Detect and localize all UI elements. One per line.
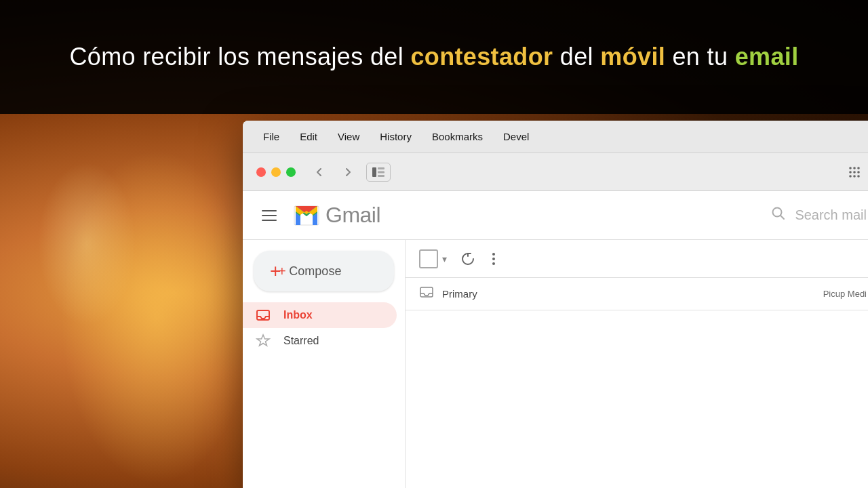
- inbox-icon: [254, 308, 273, 323]
- top-banner: Cómo recibir los mensajes del contestado…: [0, 0, 868, 114]
- select-dropdown-arrow[interactable]: ▾: [439, 251, 450, 267]
- primary-tab-area: Primary Picup Medi: [406, 278, 868, 310]
- chevron-left-icon: [314, 167, 325, 178]
- banner-highlight-contestador: contestador: [410, 43, 553, 70]
- compose-button[interactable]: + + Compose: [254, 251, 394, 291]
- menu-devel[interactable]: Devel: [503, 131, 529, 142]
- gmail-sidebar: + + Compose Inbox: [243, 240, 406, 488]
- search-mail-input[interactable]: Search mail: [795, 207, 867, 223]
- menu-bar: File Edit View History Bookmarks Devel: [243, 121, 868, 153]
- svg-point-18: [492, 262, 495, 265]
- gmail-label: Gmail: [326, 203, 380, 228]
- gmail-header: Gmail Search mail: [243, 191, 868, 240]
- svg-point-9: [857, 171, 860, 174]
- gmail-toolbar: ▾: [406, 240, 868, 278]
- hamburger-line-1: [262, 210, 277, 211]
- svg-point-16: [492, 253, 495, 256]
- banner-text: Cómo recibir los mensajes del contestado…: [69, 41, 798, 73]
- svg-rect-3: [378, 175, 384, 177]
- sidebar-inbox-label: Inbox: [283, 309, 313, 321]
- menu-bookmarks[interactable]: Bookmarks: [432, 131, 483, 142]
- browser-toolbar: [243, 153, 868, 191]
- select-all-checkbox[interactable]: [419, 249, 438, 268]
- menu-file[interactable]: File: [263, 131, 279, 142]
- banner-text-middle2: en tu: [665, 43, 735, 70]
- gmail-m-icon: [290, 199, 323, 232]
- svg-point-10: [849, 175, 852, 178]
- svg-rect-0: [372, 167, 376, 177]
- banner-text-before: Cómo recibir los mensajes del: [69, 43, 410, 70]
- compose-label: Compose: [289, 264, 341, 279]
- svg-rect-1: [378, 167, 384, 169]
- svg-point-5: [853, 167, 856, 169]
- primary-icon: [419, 285, 434, 303]
- menu-edit[interactable]: Edit: [300, 131, 317, 142]
- banner-text-middle1: del: [553, 43, 600, 70]
- search-icon: [770, 205, 787, 226]
- gmail-content: + + Compose Inbox: [243, 240, 868, 488]
- sidebar-item-inbox[interactable]: Inbox: [243, 302, 397, 328]
- svg-point-8: [853, 171, 856, 174]
- compose-plus-r: +: [278, 264, 286, 279]
- svg-point-7: [849, 171, 852, 174]
- grid-icon: [848, 165, 861, 179]
- more-options-button[interactable]: [486, 249, 501, 269]
- sidebar-starred-label: Starred: [283, 335, 319, 347]
- forward-button[interactable]: [338, 163, 358, 182]
- primary-tab-label: Primary: [442, 288, 477, 300]
- minimize-button[interactable]: [271, 167, 281, 177]
- refresh-button[interactable]: [455, 249, 481, 269]
- svg-point-6: [857, 167, 860, 169]
- browser-window: File Edit View History Bookmarks Devel: [243, 121, 868, 488]
- hamburger-line-2: [262, 215, 277, 216]
- svg-rect-2: [378, 171, 384, 173]
- chevron-right-icon: [342, 167, 353, 178]
- hamburger-line-3: [262, 220, 277, 221]
- menu-history[interactable]: History: [380, 131, 412, 142]
- banner-highlight-movil: móvil: [600, 43, 665, 70]
- menu-view[interactable]: View: [338, 131, 359, 142]
- inbox-sender-preview: Picup Medi: [823, 289, 867, 299]
- gmail-inbox: ▾: [406, 240, 868, 488]
- back-button[interactable]: [309, 163, 330, 182]
- sidebar-toggle-icon: [372, 167, 384, 177]
- apps-grid-button[interactable]: [842, 163, 867, 182]
- svg-point-11: [853, 175, 856, 178]
- more-vertical-icon: [492, 251, 496, 266]
- sidebar-toggle-button[interactable]: [366, 163, 391, 182]
- refresh-icon: [460, 251, 475, 266]
- banner-highlight-email: email: [735, 43, 799, 70]
- traffic-lights: [256, 167, 296, 177]
- starred-icon: [254, 333, 273, 348]
- inbox-tab-icon: [419, 285, 434, 300]
- gmail-logo: Gmail: [290, 199, 380, 232]
- svg-point-17: [492, 258, 495, 260]
- svg-point-12: [857, 175, 860, 178]
- search-area: Search mail: [770, 205, 867, 226]
- gmail-area: Gmail Search mail +: [243, 191, 868, 488]
- maximize-button[interactable]: [286, 167, 296, 177]
- hamburger-menu-button[interactable]: [256, 205, 282, 226]
- close-button[interactable]: [256, 167, 266, 177]
- svg-point-4: [849, 167, 852, 169]
- sidebar-item-starred[interactable]: Starred: [243, 328, 397, 354]
